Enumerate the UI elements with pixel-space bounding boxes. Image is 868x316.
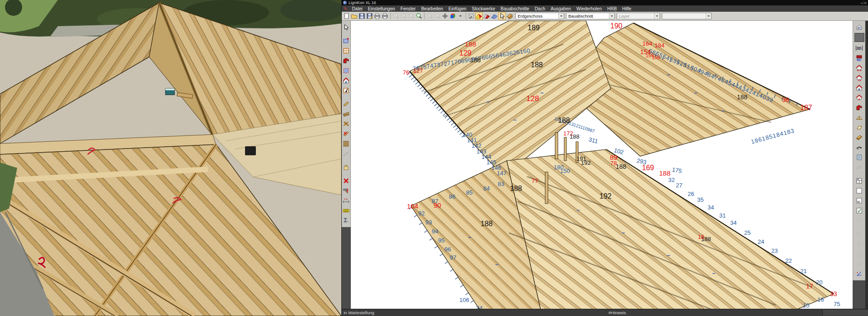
house-tool-button[interactable] bbox=[342, 76, 350, 84]
menu-item-stockwerke[interactable]: Stockwerke bbox=[469, 6, 498, 11]
save-as-button[interactable] bbox=[366, 12, 373, 20]
empty-slot[interactable] bbox=[854, 33, 864, 42]
member-number-label: 129 bbox=[459, 50, 472, 57]
house-arrow-view-button[interactable] bbox=[855, 74, 863, 82]
menu-item-hilfe[interactable]: Hilfe bbox=[619, 6, 634, 11]
view-2d-button[interactable]: 2D bbox=[855, 163, 863, 171]
window-split-button[interactable] bbox=[855, 196, 863, 204]
menu-item-bauabschnitte[interactable]: Bauabschnitte bbox=[498, 6, 532, 11]
window-tool-button[interactable] bbox=[342, 46, 350, 55]
timber-joint-tool-button[interactable] bbox=[506, 12, 514, 20]
wall-tool-button[interactable] bbox=[342, 37, 350, 45]
pointer-tool-icon bbox=[499, 13, 505, 19]
delete-tool-button[interactable] bbox=[342, 177, 350, 185]
window-layout-button[interactable] bbox=[855, 177, 863, 185]
window-blank-button[interactable] bbox=[855, 186, 863, 195]
purlin-tool-button[interactable] bbox=[342, 100, 350, 108]
steel-beam-tool-button[interactable] bbox=[342, 216, 350, 224]
view-3d-button[interactable]: 3D bbox=[855, 44, 863, 52]
beam-3d-view-button[interactable] bbox=[855, 133, 863, 141]
house-front-view-button[interactable] bbox=[855, 84, 863, 92]
menu-item-bearbeiten[interactable]: Bearbeiten bbox=[419, 6, 446, 11]
roof-select-button[interactable] bbox=[475, 12, 483, 20]
menu-item-einstellungen[interactable]: Einstellungen bbox=[365, 6, 398, 11]
select-tool-button[interactable] bbox=[342, 23, 350, 31]
house-down-view-button[interactable] bbox=[855, 93, 863, 102]
stud-wall-tool-button[interactable] bbox=[342, 139, 350, 148]
close-button[interactable]: × bbox=[864, 1, 867, 5]
house-move-view-button[interactable] bbox=[855, 64, 863, 72]
anchor-tool-button[interactable] bbox=[855, 240, 863, 248]
layer-select-combobox[interactable]: Layer▼ bbox=[617, 13, 660, 19]
protractor-tool-button[interactable] bbox=[855, 270, 863, 278]
menu-item-datei[interactable]: Datei bbox=[349, 6, 365, 11]
member-number-label: 188 bbox=[481, 220, 493, 228]
roof-opening-tool-button[interactable] bbox=[342, 86, 350, 94]
zoom-in-button[interactable] bbox=[392, 12, 400, 20]
wall-tool-icon bbox=[343, 37, 349, 44]
member-number-label: 84 bbox=[483, 186, 490, 191]
undo-button[interactable] bbox=[426, 12, 434, 20]
member-list-view-button[interactable] bbox=[855, 153, 863, 161]
chevron-down-icon: ▼ bbox=[558, 13, 564, 19]
delete-view-button[interactable] bbox=[855, 260, 863, 268]
roof-plan-view-button[interactable] bbox=[855, 103, 863, 112]
text-tool-button[interactable]: T bbox=[855, 250, 863, 258]
crossed-beams-tool-button[interactable] bbox=[342, 120, 350, 128]
roof-select-icon bbox=[476, 13, 482, 19]
ceiling-panel-tool-button[interactable] bbox=[342, 66, 350, 74]
roof-truss-view-button[interactable] bbox=[855, 113, 863, 121]
zoom-search-button[interactable] bbox=[415, 12, 423, 20]
menu-item-dach[interactable]: Dach bbox=[532, 6, 548, 11]
save-icon bbox=[359, 13, 365, 19]
menu-item-hrb[interactable]: HRB bbox=[604, 6, 619, 11]
menu-item-einfügen[interactable]: Einfügen bbox=[446, 6, 469, 11]
building-section-view-button[interactable]: BH bbox=[855, 23, 863, 31]
member-number-label: 188 bbox=[659, 170, 670, 177]
menu-item-wiederholen[interactable]: Wiederholen bbox=[574, 6, 604, 11]
roof-hatch-tool-button[interactable] bbox=[491, 12, 498, 20]
selection-frame-button[interactable] bbox=[467, 12, 475, 20]
render-mode-button[interactable] bbox=[449, 12, 457, 20]
center-view-button[interactable] bbox=[441, 12, 449, 20]
print-button[interactable] bbox=[373, 12, 381, 20]
hammer-tool-button[interactable] bbox=[342, 186, 350, 195]
open-file-button[interactable] bbox=[350, 12, 358, 20]
rafter-tool-button[interactable] bbox=[342, 110, 350, 118]
dimension-tool-button[interactable]: 1.0 bbox=[342, 196, 350, 204]
house-move-view-icon bbox=[856, 65, 863, 71]
roof-edge-tool-button[interactable] bbox=[342, 56, 350, 65]
extra-select-combobox[interactable]: ▼ bbox=[662, 13, 712, 19]
circle-tool-button[interactable] bbox=[855, 216, 863, 224]
section-select-combobox[interactable]: Bauabschnitt▼ bbox=[566, 13, 615, 19]
toolbar-separator bbox=[390, 13, 391, 19]
pointer-tool-button[interactable] bbox=[498, 12, 506, 20]
redo-button[interactable] bbox=[434, 12, 441, 20]
crate-tool-button[interactable] bbox=[342, 163, 350, 171]
member-number-label: 34 bbox=[708, 204, 714, 210]
menu-item-fenster[interactable]: Fenster bbox=[398, 6, 419, 11]
menu-item-ausgaben[interactable]: Ausgaben bbox=[548, 6, 574, 11]
render-mode-menu-button[interactable] bbox=[457, 12, 464, 20]
model-canvas[interactable]: 7675747372717069686766656463626160565554… bbox=[351, 21, 853, 309]
wall-view-button[interactable] bbox=[855, 54, 863, 62]
zoom-in-icon bbox=[392, 13, 399, 19]
rotate-view-button[interactable] bbox=[855, 143, 863, 151]
roof-tool-button[interactable] bbox=[483, 12, 491, 20]
window-add-button[interactable] bbox=[855, 230, 863, 238]
roof-surface-view-button[interactable] bbox=[855, 123, 863, 131]
house-down-view-icon bbox=[856, 94, 863, 101]
print-preview-button[interactable] bbox=[381, 12, 389, 20]
member-number-label: 156 bbox=[652, 55, 660, 60]
window-check-icon bbox=[856, 207, 863, 214]
window-check-button[interactable] bbox=[855, 206, 863, 214]
beam-delete-tool-button[interactable] bbox=[342, 130, 350, 138]
storey-select-combobox[interactable]: Erdgeschoss▼ bbox=[515, 13, 564, 19]
zoom-page-button[interactable] bbox=[407, 12, 415, 20]
crossed-beams-tool-icon bbox=[343, 121, 349, 127]
zoom-out-button[interactable] bbox=[400, 12, 407, 20]
measure-tool-button[interactable]: 1 2 3 bbox=[342, 206, 350, 214]
save-button[interactable] bbox=[358, 12, 366, 20]
new-file-button[interactable] bbox=[343, 12, 350, 20]
auxiliary-line-tool-button[interactable] bbox=[342, 149, 350, 158]
